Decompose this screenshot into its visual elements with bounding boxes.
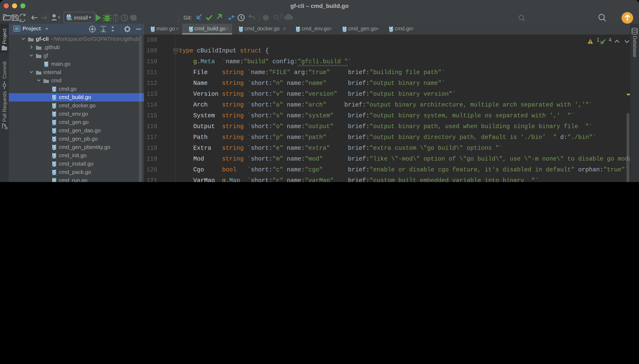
svg-text:Git:: Git: [184, 14, 192, 21]
svg-text:install: install [74, 14, 88, 21]
